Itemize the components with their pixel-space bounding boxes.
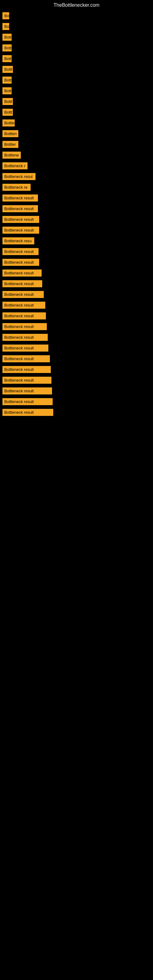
bottleneck-label[interactable]: Bottleneck result (2, 366, 51, 373)
items-list: BoBoBottBottBottBottlBottBottBottlBottlB… (0, 9, 153, 419)
bottleneck-label[interactable]: Bottleneck result (2, 312, 46, 320)
bottleneck-label[interactable]: Bottleneck re (2, 184, 30, 191)
title-text: TheBottlenecker.com (54, 2, 99, 8)
bottleneck-label[interactable]: Bottleneck result (2, 259, 39, 266)
list-item: Bottleneck result (0, 204, 153, 214)
list-item: Bottleneck result (0, 364, 153, 375)
bottleneck-label[interactable]: Bottl (2, 109, 13, 116)
list-item: Bottleneck result (0, 332, 153, 343)
bottleneck-label[interactable]: Bottleneck resul (2, 173, 35, 180)
list-item: Bottleneck result (0, 407, 153, 418)
bottleneck-label[interactable]: Bottleneck result (2, 227, 39, 234)
bottleneck-label[interactable]: Bottleneck result (2, 302, 45, 309)
list-item: Bott (0, 75, 153, 86)
list-item: Bo (0, 21, 153, 32)
list-item: Bott (0, 43, 153, 53)
list-item: Bott (0, 86, 153, 96)
list-item: Bottleneck r (0, 161, 153, 171)
list-item: Bottl (0, 107, 153, 118)
bottleneck-label[interactable]: Bottle (2, 119, 15, 126)
list-item: Bott (0, 32, 153, 43)
list-item: Bottleneck result (0, 396, 153, 407)
list-item: Bottleneck result (0, 343, 153, 353)
list-item: Bottl (0, 96, 153, 107)
list-item: Bottlene (0, 150, 153, 161)
bottleneck-label[interactable]: Bottlen (2, 130, 18, 137)
bottleneck-label[interactable]: Bottleneck result (2, 345, 48, 352)
list-item: Bottleneck resul (0, 171, 153, 182)
list-item: Bottler (0, 139, 153, 150)
bottleneck-label[interactable]: Bottleneck result (2, 205, 38, 212)
list-item: Bottleneck result (0, 225, 153, 235)
list-item: Bottleneck result (0, 289, 153, 300)
bottleneck-label[interactable]: Bottleneck result (2, 377, 51, 384)
bottleneck-label[interactable]: Bottleneck resu (2, 237, 34, 244)
list-item: Bottl (0, 64, 153, 75)
bottleneck-label[interactable]: Bottleneck result (2, 409, 53, 416)
list-item: Bottleneck result (0, 246, 153, 257)
list-item: Bottleneck result (0, 300, 153, 310)
list-item: Bottlen (0, 128, 153, 139)
bottleneck-label[interactable]: Bottleneck result (2, 269, 41, 277)
list-item: Bottleneck result (0, 310, 153, 321)
list-item: Bottleneck result (0, 278, 153, 289)
bottleneck-label[interactable]: Bott (2, 76, 12, 84)
list-item: Bottleneck result (0, 375, 153, 385)
list-item: Bottleneck result (0, 268, 153, 278)
bottleneck-label[interactable]: Bottlene (2, 151, 21, 159)
bottleneck-label[interactable]: Bo (2, 23, 9, 30)
bottleneck-label[interactable]: Bottleneck result (2, 248, 38, 255)
bottleneck-label[interactable]: Bott (2, 55, 12, 62)
list-item: Bottleneck result (0, 192, 153, 204)
list-item: Bottleneck result (0, 385, 153, 396)
list-item: Bo (0, 10, 153, 21)
bottleneck-label[interactable]: Bottl (2, 98, 13, 105)
bottleneck-label[interactable]: Bott (2, 87, 12, 94)
list-item: Bottle (0, 118, 153, 128)
list-item: Bottleneck result (0, 214, 153, 225)
list-item: Bott (0, 53, 153, 64)
list-item: Bottleneck resu (0, 235, 153, 246)
bottleneck-label[interactable]: Bottleneck result (2, 323, 47, 330)
list-item: Bottleneck result (0, 321, 153, 332)
bottleneck-label[interactable]: Bottleneck result (2, 291, 44, 298)
bottleneck-label[interactable]: Bottleneck result (2, 194, 38, 202)
site-title: TheBottlenecker.com (0, 0, 153, 9)
list-item: Bottleneck result (0, 257, 153, 268)
bottleneck-label[interactable]: Bottleneck result (2, 398, 53, 405)
list-item: Bottleneck re (0, 182, 153, 192)
bottleneck-label[interactable]: Bottleneck r (2, 162, 27, 169)
bottleneck-label[interactable]: Bottleneck result (2, 334, 48, 341)
bottleneck-label[interactable]: Bottleneck result (2, 387, 52, 395)
bottleneck-label[interactable]: Bott (2, 45, 12, 51)
bottleneck-label[interactable]: Bottl (2, 66, 13, 73)
bottleneck-label[interactable]: Bott (2, 34, 12, 41)
list-item: Bottleneck result (0, 353, 153, 364)
bottleneck-label[interactable]: Bottler (2, 141, 18, 148)
bottleneck-label[interactable]: Bottleneck result (2, 216, 39, 223)
bottleneck-label[interactable]: Bottleneck result (2, 280, 42, 287)
bottleneck-label[interactable]: Bottleneck result (2, 355, 50, 362)
bottleneck-label[interactable]: Bo (2, 12, 9, 19)
